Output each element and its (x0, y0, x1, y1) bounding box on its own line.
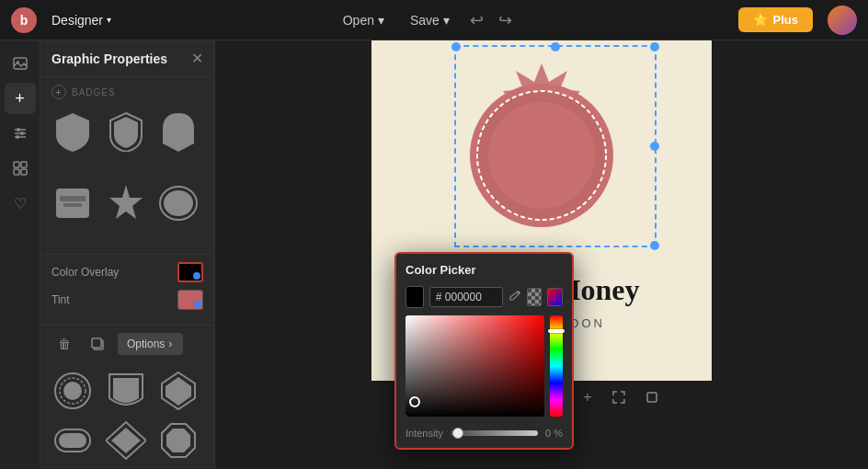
intensity-label: Intensity (405, 428, 443, 439)
sidebar-grid-btn[interactable] (5, 153, 36, 184)
properties-panel: Graphic Properties ✕ + BADGES (40, 40, 215, 469)
hue-strip-wrapper (550, 315, 563, 417)
eyedropper-button[interactable] (508, 290, 521, 305)
sidebar-image-btn[interactable] (5, 48, 36, 79)
selection-handle-tl[interactable] (451, 42, 461, 51)
delete-button[interactable]: 🗑 (51, 331, 77, 357)
color-overlay-row: Color Overlay (51, 262, 203, 282)
tint-swatch-check-icon (194, 301, 201, 308)
list-item[interactable] (157, 110, 200, 153)
color-overlay-swatch[interactable] (177, 262, 203, 282)
selection-handle-tm[interactable] (551, 42, 560, 51)
list-item[interactable] (105, 370, 147, 412)
sidebar-sliders-btn[interactable] (5, 118, 36, 149)
svg-rect-23 (59, 433, 86, 448)
star-icon: ⭐ (753, 13, 768, 27)
tint-swatch[interactable] (177, 290, 203, 310)
save-button[interactable]: Save ▾ (399, 7, 461, 33)
more-badge-grid (40, 362, 214, 469)
properties-section: Color Overlay Tint (40, 254, 214, 325)
intensity-value: 0 % (545, 428, 563, 439)
header: b Designer ▾ Open ▾ Save ▾ ↩ ↪ ⭐ Plus (0, 0, 868, 40)
list-item[interactable] (51, 419, 94, 462)
hue-cursor (548, 329, 565, 333)
list-item[interactable] (105, 110, 147, 153)
open-chevron-icon: ▾ (378, 13, 384, 28)
tint-label: Tint (51, 293, 70, 306)
list-item[interactable] (157, 182, 200, 224)
gradient-cursor (409, 396, 420, 407)
svg-rect-11 (21, 169, 27, 175)
save-chevron-icon: ▾ (443, 13, 450, 28)
app-chevron-icon: ▾ (107, 15, 111, 25)
selection-handle-rm[interactable] (650, 142, 659, 151)
svg-point-24 (517, 291, 520, 293)
svg-point-21 (63, 382, 82, 400)
panel-title: Graphic Properties (51, 51, 167, 66)
svg-rect-13 (60, 196, 86, 201)
options-chevron-icon: › (168, 337, 172, 350)
sidebar-heart-btn[interactable]: ♡ (5, 188, 36, 219)
gradient-background (405, 315, 544, 417)
gradient-dark-overlay (405, 315, 544, 417)
svg-point-7 (16, 135, 19, 139)
header-center: Open ▾ Save ▾ ↩ ↪ (332, 5, 518, 36)
color-gradient-wrapper (405, 315, 563, 422)
svg-point-5 (17, 128, 20, 132)
app-name-menu[interactable]: Designer ▾ (51, 13, 111, 28)
svg-rect-10 (14, 169, 19, 175)
panel-header: Graphic Properties ✕ (40, 40, 214, 77)
intensity-thumb (452, 428, 463, 439)
svg-rect-29 (647, 393, 657, 402)
panel-close-button[interactable]: ✕ (191, 50, 203, 67)
app-logo: b (11, 7, 37, 33)
options-button[interactable]: Options › (118, 333, 183, 355)
gradient-mode-button[interactable] (547, 288, 563, 306)
svg-rect-14 (63, 203, 82, 207)
intensity-slider[interactable] (451, 430, 538, 436)
color-hex-row (405, 286, 563, 308)
hex-color-swatch[interactable] (405, 286, 424, 308)
color-picker-title: Color Picker (405, 263, 563, 277)
list-item[interactable] (105, 182, 147, 224)
list-item[interactable] (157, 370, 200, 412)
tint-row: Tint (51, 290, 203, 310)
color-overlay-label: Color Overlay (51, 266, 119, 279)
sidebar-plus-btn[interactable]: + (5, 83, 36, 114)
badge-grid (40, 103, 214, 254)
svg-rect-9 (21, 162, 27, 167)
fullscreen-button[interactable] (606, 384, 632, 410)
list-item[interactable] (105, 419, 147, 462)
panel-bottom-toolbar: 🗑 Options › (40, 325, 214, 362)
plus-button[interactable]: ⭐ Plus (738, 7, 813, 32)
open-button[interactable]: Open ▾ (332, 7, 395, 33)
list-item[interactable] (157, 419, 200, 462)
user-avatar[interactable] (828, 6, 857, 35)
selection-handle-tr[interactable] (650, 42, 659, 51)
undo-button[interactable]: ↩ (464, 5, 489, 36)
redo-button[interactable]: ↪ (493, 5, 518, 36)
list-item[interactable] (51, 182, 94, 224)
icon-sidebar: + ♡ (0, 40, 40, 469)
color-gradient-area[interactable] (405, 315, 544, 417)
zoom-in-button[interactable]: + (577, 386, 599, 408)
main-layout: + ♡ Graphic Properties ✕ + BADGES (0, 40, 868, 469)
add-badge-icon[interactable]: + (51, 85, 66, 99)
duplicate-button[interactable] (85, 331, 110, 357)
crop-button[interactable] (639, 384, 665, 410)
badges-section-label: + BADGES (40, 77, 214, 103)
selection-handle-br[interactable] (650, 241, 659, 250)
color-picker-popup: Color Picker (394, 252, 574, 450)
list-item[interactable] (51, 370, 94, 412)
svg-rect-8 (14, 162, 19, 167)
svg-point-28 (488, 102, 595, 209)
intensity-row: Intensity 0 % (405, 428, 563, 439)
transparent-mode-button[interactable] (527, 288, 542, 306)
svg-rect-18 (92, 338, 101, 348)
list-item[interactable] (51, 110, 94, 153)
hex-input[interactable] (429, 287, 503, 307)
swatch-check-icon (193, 272, 200, 280)
svg-point-6 (20, 132, 24, 135)
svg-point-16 (164, 190, 193, 216)
